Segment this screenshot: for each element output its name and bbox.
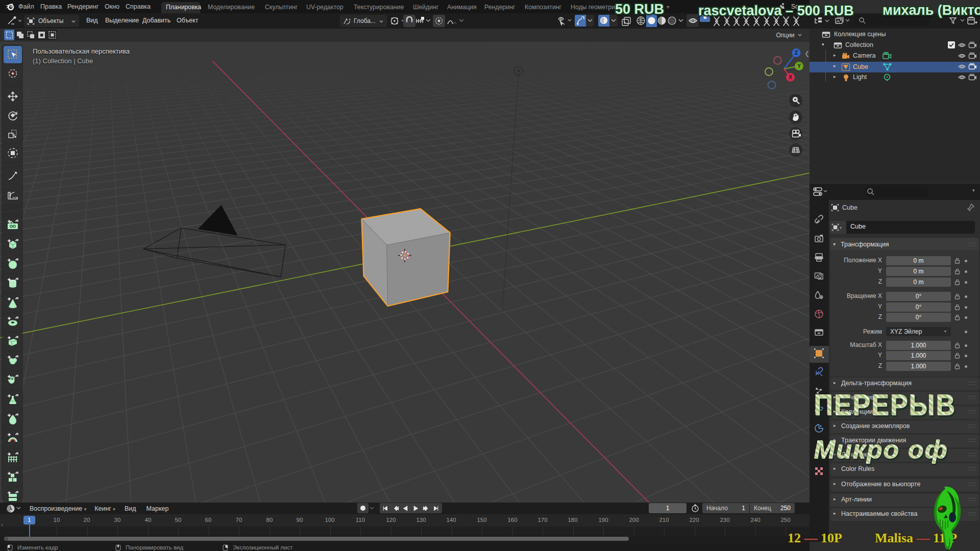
svg-text:Y: Y — [797, 63, 801, 69]
svg-text:X: X — [789, 74, 792, 80]
svg-text:Z: Z — [795, 50, 798, 56]
